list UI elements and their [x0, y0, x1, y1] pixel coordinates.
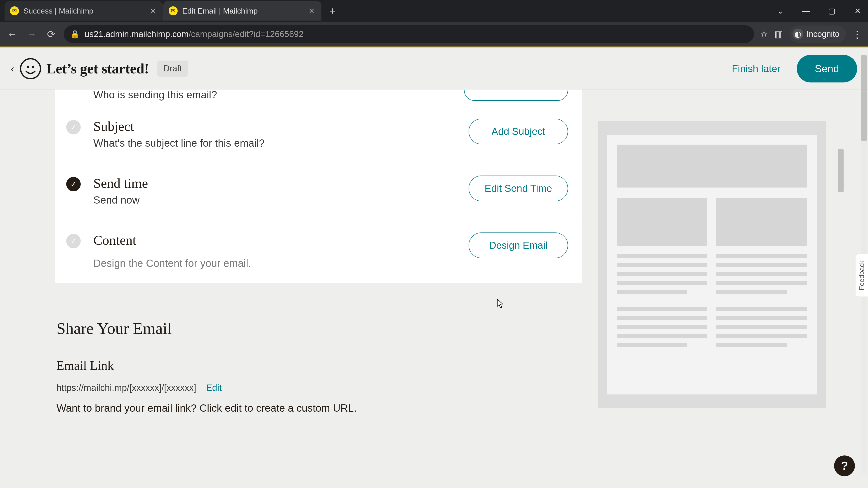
svg-point-2 — [32, 66, 34, 68]
extensions-icon[interactable]: ▥ — [774, 29, 783, 39]
placeholder-line — [617, 272, 707, 276]
placeholder-line — [617, 263, 707, 267]
draft-badge: Draft — [157, 61, 188, 76]
browser-menu-icon[interactable]: ⋮ — [852, 29, 863, 40]
checklist-card: Who is sending this email? ✓ Subject Wha… — [55, 90, 582, 283]
app-header: ‹ Let’s get started! Draft Finish later … — [0, 48, 868, 90]
send-button[interactable]: Send — [797, 55, 857, 83]
placeholder-line — [617, 334, 707, 338]
add-from-button-edge[interactable] — [464, 90, 568, 101]
close-window-icon[interactable]: ✕ — [851, 6, 864, 15]
placeholder-line — [716, 263, 807, 267]
url-path: /campaigns/edit?id=12665692 — [188, 29, 303, 39]
status-check-icon: ✓ — [66, 234, 81, 248]
placeholder-line — [716, 343, 787, 347]
finish-later-button[interactable]: Finish later — [722, 57, 790, 80]
tab-title: Success | Mailchimp — [24, 6, 149, 15]
forward-icon[interactable]: → — [25, 29, 38, 40]
row-content-subtitle: Design the Content for your email. — [93, 257, 463, 269]
placeholder-line — [617, 325, 707, 329]
email-link-url: https://mailchi.mp/[xxxxxx]/[xxxxxx] — [57, 383, 196, 393]
placeholder-col — [617, 198, 707, 352]
placeholder-line — [716, 325, 807, 329]
edit-send-time-button[interactable]: Edit Send Time — [469, 175, 568, 201]
back-chevron-icon[interactable]: ‹ — [11, 63, 14, 74]
row-from-subtitle: Who is sending this email? — [93, 90, 464, 101]
placeholder-line — [617, 281, 707, 285]
row-body: Content Design the Content for your emai… — [93, 232, 463, 269]
mailchimp-favicon: ✉ — [168, 6, 178, 15]
placeholder-line — [716, 334, 807, 338]
placeholder-line — [716, 307, 807, 311]
row-subject: ✓ Subject What's the subject line for th… — [55, 106, 582, 163]
placeholder-line — [716, 281, 807, 285]
status-check-icon: ✓ — [66, 120, 81, 134]
address-bar: ← → ⟳ 🔒 us21.admin.mailchimp.com/campaig… — [0, 22, 868, 46]
reload-icon[interactable]: ⟳ — [44, 29, 58, 40]
row-body: Send time Send now — [93, 175, 463, 206]
placeholder-image — [716, 198, 807, 246]
help-button[interactable]: ? — [834, 455, 855, 476]
new-tab-button[interactable]: + — [324, 3, 340, 19]
row-send-time: ✓ Send time Send now Edit Send Time — [55, 163, 582, 220]
add-subject-button[interactable]: Add Subject — [469, 119, 568, 144]
placeholder-line — [617, 254, 707, 258]
incognito-label: Incognito — [807, 29, 839, 39]
mailchimp-favicon: ✉ — [10, 6, 19, 15]
placeholder-line — [617, 290, 687, 294]
row-from-partial: Who is sending this email? — [55, 90, 582, 106]
row-subject-subtitle: What's the subject line for this email? — [93, 137, 463, 149]
edit-link-button[interactable]: Edit — [206, 383, 222, 393]
back-icon[interactable]: ← — [5, 29, 19, 40]
status-check-done-icon: ✓ — [66, 177, 81, 191]
placeholder-col — [716, 198, 807, 352]
row-send-time-subtitle: Send now — [93, 194, 463, 206]
close-tab-icon[interactable]: × — [149, 6, 157, 15]
row-send-time-title: Send time — [93, 175, 463, 191]
placeholder-line — [716, 290, 787, 294]
preview-wrap — [598, 121, 868, 408]
bookmark-star-icon[interactable]: ☆ — [760, 29, 768, 39]
design-email-button[interactable]: Design Email — [469, 232, 568, 258]
header-actions: Finish later Send — [722, 55, 857, 83]
share-title: Share Your Email — [57, 319, 582, 338]
share-description: Want to brand your email link? Click edi… — [57, 402, 582, 414]
tab-edit-email[interactable]: ✉ Edit Email | Mailchimp × — [163, 1, 321, 21]
mailchimp-logo[interactable] — [20, 58, 41, 79]
placeholder-image — [617, 198, 707, 246]
main-content: Who is sending this email? ✓ Subject Wha… — [0, 90, 868, 414]
placeholder-line — [617, 307, 707, 311]
incognito-chip[interactable]: ◐ Incognito — [789, 26, 846, 43]
page-title: Let’s get started! — [46, 60, 149, 77]
email-link-row: https://mailchi.mp/[xxxxxx]/[xxxxxx] Edi… — [57, 383, 582, 393]
url-input[interactable]: 🔒 us21.admin.mailchimp.com/campaigns/edi… — [64, 25, 754, 43]
chevron-down-icon[interactable]: ⌄ — [774, 6, 787, 15]
left-column: Who is sending this email? ✓ Subject Wha… — [55, 90, 582, 414]
feedback-tab[interactable]: Feedback — [856, 254, 868, 297]
placeholder-columns — [617, 198, 807, 352]
svg-point-1 — [26, 66, 29, 68]
minimize-icon[interactable]: — — [799, 6, 813, 15]
tab-bar: ✉ Success | Mailchimp × ✉ Edit Email | M… — [0, 0, 868, 22]
svg-point-0 — [21, 59, 40, 78]
preview-inner — [607, 135, 817, 394]
placeholder-line — [716, 254, 807, 258]
share-subtitle: Email Link — [57, 358, 582, 373]
tab-success[interactable]: ✉ Success | Mailchimp × — [4, 1, 163, 21]
window-controls: ⌄ — ▢ ✕ — [774, 6, 864, 15]
placeholder-hero — [617, 144, 807, 188]
placeholder-line — [617, 316, 707, 320]
placeholder-line — [716, 272, 807, 276]
share-section: Share Your Email Email Link https://mail… — [55, 319, 582, 414]
url-host: us21.admin.mailchimp.com — [85, 29, 188, 39]
row-content: ✓ Content Design the Content for your em… — [55, 220, 582, 283]
row-body: Subject What's the subject line for this… — [93, 119, 463, 149]
incognito-icon: ◐ — [793, 29, 803, 39]
row-subject-title: Subject — [93, 119, 463, 134]
lock-icon: 🔒 — [70, 30, 80, 39]
email-preview[interactable] — [598, 121, 826, 408]
tab-title: Edit Email | Mailchimp — [182, 6, 307, 15]
close-tab-icon[interactable]: × — [307, 6, 316, 15]
maximize-icon[interactable]: ▢ — [825, 6, 839, 15]
toolbar-right: ☆ ▥ ◐ Incognito ⋮ — [760, 26, 863, 43]
